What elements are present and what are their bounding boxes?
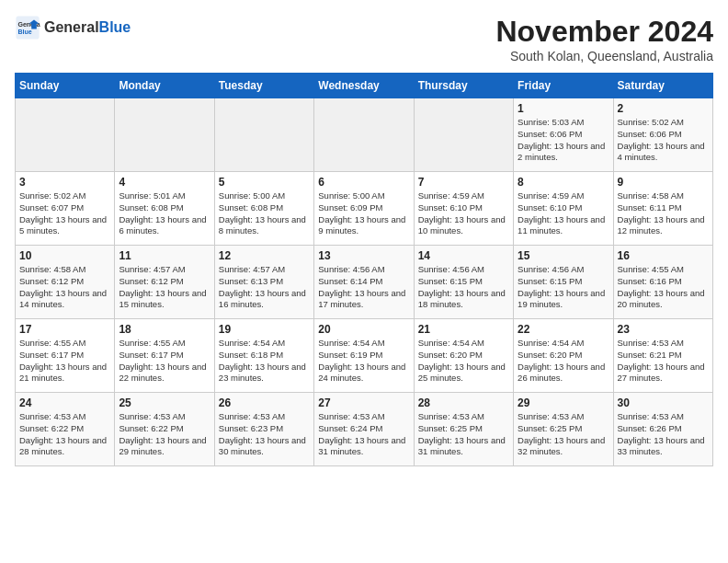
- day-info: Sunrise: 4:53 AMSunset: 6:26 PMDaylight:…: [618, 411, 709, 458]
- day-number: 24: [19, 396, 110, 409]
- calendar-cell: 18Sunrise: 4:55 AMSunset: 6:17 PMDayligh…: [115, 319, 214, 393]
- calendar-week-2: 3Sunrise: 5:02 AMSunset: 6:07 PMDaylight…: [16, 172, 713, 246]
- day-number: 22: [518, 323, 609, 336]
- day-number: 28: [418, 396, 509, 409]
- calendar-cell: 15Sunrise: 4:56 AMSunset: 6:15 PMDayligh…: [514, 246, 613, 319]
- day-header-monday: Monday: [115, 74, 214, 98]
- calendar-cell: 6Sunrise: 5:00 AMSunset: 6:09 PMDaylight…: [314, 172, 414, 246]
- day-info: Sunrise: 4:58 AMSunset: 6:12 PMDaylight:…: [19, 264, 110, 311]
- calendar-cell: 5Sunrise: 5:00 AMSunset: 6:08 PMDaylight…: [214, 172, 313, 246]
- day-info: Sunrise: 5:00 AMSunset: 6:09 PMDaylight:…: [318, 190, 409, 237]
- calendar-cell: 24Sunrise: 4:53 AMSunset: 6:22 PMDayligh…: [16, 393, 115, 466]
- day-info: Sunrise: 4:53 AMSunset: 6:25 PMDaylight:…: [518, 411, 609, 458]
- title-area: November 2024 South Kolan, Queensland, A…: [495, 15, 713, 63]
- day-number: 11: [119, 249, 210, 262]
- calendar-cell: 1Sunrise: 5:03 AMSunset: 6:06 PMDaylight…: [514, 98, 613, 172]
- day-info: Sunrise: 5:02 AMSunset: 6:06 PMDaylight:…: [618, 117, 709, 164]
- calendar-cell: 16Sunrise: 4:55 AMSunset: 6:16 PMDayligh…: [613, 246, 712, 319]
- calendar-cell: 14Sunrise: 4:56 AMSunset: 6:15 PMDayligh…: [414, 246, 513, 319]
- logo: General Blue GeneralBlue: [15, 15, 131, 40]
- calendar-week-1: 1Sunrise: 5:03 AMSunset: 6:06 PMDaylight…: [16, 98, 713, 172]
- day-number: 20: [318, 323, 409, 336]
- calendar-cell: 4Sunrise: 5:01 AMSunset: 6:08 PMDaylight…: [115, 172, 214, 246]
- day-info: Sunrise: 4:54 AMSunset: 6:20 PMDaylight:…: [518, 338, 609, 385]
- day-number: 8: [518, 176, 609, 189]
- day-number: 30: [618, 396, 709, 409]
- day-number: 3: [19, 176, 110, 189]
- day-number: 25: [119, 396, 210, 409]
- calendar-week-5: 24Sunrise: 4:53 AMSunset: 6:22 PMDayligh…: [16, 393, 713, 466]
- calendar-cell: [414, 98, 513, 172]
- calendar-cell: 9Sunrise: 4:58 AMSunset: 6:11 PMDaylight…: [613, 172, 712, 246]
- calendar-cell: 2Sunrise: 5:02 AMSunset: 6:06 PMDaylight…: [613, 98, 712, 172]
- day-info: Sunrise: 4:58 AMSunset: 6:11 PMDaylight:…: [618, 190, 709, 237]
- day-number: 17: [19, 323, 110, 336]
- calendar-table: SundayMondayTuesdayWednesdayThursdayFrid…: [15, 73, 713, 466]
- calendar-week-4: 17Sunrise: 4:55 AMSunset: 6:17 PMDayligh…: [16, 319, 713, 393]
- day-number: 10: [19, 249, 110, 262]
- calendar-cell: 22Sunrise: 4:54 AMSunset: 6:20 PMDayligh…: [514, 319, 613, 393]
- calendar-cell: [115, 98, 214, 172]
- day-info: Sunrise: 5:02 AMSunset: 6:07 PMDaylight:…: [19, 190, 110, 237]
- day-header-tuesday: Tuesday: [214, 74, 313, 98]
- calendar-cell: 26Sunrise: 4:53 AMSunset: 6:23 PMDayligh…: [214, 393, 313, 466]
- logo-general: General: [44, 19, 99, 36]
- calendar-cell: 30Sunrise: 4:53 AMSunset: 6:26 PMDayligh…: [613, 393, 712, 466]
- logo-blue: Blue: [99, 19, 131, 36]
- subtitle: South Kolan, Queensland, Australia: [495, 49, 713, 63]
- calendar-cell: 13Sunrise: 4:56 AMSunset: 6:14 PMDayligh…: [314, 246, 414, 319]
- day-header-wednesday: Wednesday: [314, 74, 414, 98]
- day-info: Sunrise: 4:54 AMSunset: 6:19 PMDaylight:…: [318, 338, 409, 385]
- day-number: 15: [518, 249, 609, 262]
- calendar-cell: 12Sunrise: 4:57 AMSunset: 6:13 PMDayligh…: [214, 246, 313, 319]
- day-info: Sunrise: 5:01 AMSunset: 6:08 PMDaylight:…: [119, 190, 210, 237]
- day-info: Sunrise: 4:55 AMSunset: 6:16 PMDaylight:…: [618, 264, 709, 311]
- day-number: 23: [618, 323, 709, 336]
- day-info: Sunrise: 4:56 AMSunset: 6:15 PMDaylight:…: [518, 264, 609, 311]
- day-info: Sunrise: 4:55 AMSunset: 6:17 PMDaylight:…: [119, 338, 210, 385]
- svg-text:General: General: [18, 21, 41, 28]
- calendar-cell: 19Sunrise: 4:54 AMSunset: 6:18 PMDayligh…: [214, 319, 313, 393]
- day-number: 21: [418, 323, 509, 336]
- day-info: Sunrise: 4:53 AMSunset: 6:22 PMDaylight:…: [119, 411, 210, 458]
- day-info: Sunrise: 5:00 AMSunset: 6:08 PMDaylight:…: [219, 190, 310, 237]
- day-info: Sunrise: 4:53 AMSunset: 6:23 PMDaylight:…: [219, 411, 310, 458]
- calendar-cell: 27Sunrise: 4:53 AMSunset: 6:24 PMDayligh…: [314, 393, 414, 466]
- calendar-cell: 10Sunrise: 4:58 AMSunset: 6:12 PMDayligh…: [16, 246, 115, 319]
- day-number: 16: [618, 249, 709, 262]
- day-header-saturday: Saturday: [613, 74, 712, 98]
- day-info: Sunrise: 4:53 AMSunset: 6:21 PMDaylight:…: [618, 338, 709, 385]
- day-number: 26: [219, 396, 310, 409]
- calendar-cell: 28Sunrise: 4:53 AMSunset: 6:25 PMDayligh…: [414, 393, 513, 466]
- day-number: 29: [518, 396, 609, 409]
- logo-icon: General Blue: [15, 15, 40, 40]
- calendar-cell: 25Sunrise: 4:53 AMSunset: 6:22 PMDayligh…: [115, 393, 214, 466]
- day-info: Sunrise: 4:56 AMSunset: 6:15 PMDaylight:…: [418, 264, 509, 311]
- day-number: 14: [418, 249, 509, 262]
- day-header-friday: Friday: [514, 74, 613, 98]
- day-number: 4: [119, 176, 210, 189]
- day-info: Sunrise: 4:54 AMSunset: 6:18 PMDaylight:…: [219, 338, 310, 385]
- day-info: Sunrise: 4:59 AMSunset: 6:10 PMDaylight:…: [518, 190, 609, 237]
- day-info: Sunrise: 4:55 AMSunset: 6:17 PMDaylight:…: [19, 338, 110, 385]
- calendar-cell: 29Sunrise: 4:53 AMSunset: 6:25 PMDayligh…: [514, 393, 613, 466]
- day-info: Sunrise: 5:03 AMSunset: 6:06 PMDaylight:…: [518, 117, 609, 164]
- day-number: 2: [618, 102, 709, 115]
- day-info: Sunrise: 4:56 AMSunset: 6:14 PMDaylight:…: [318, 264, 409, 311]
- day-info: Sunrise: 4:53 AMSunset: 6:24 PMDaylight:…: [318, 411, 409, 458]
- calendar-week-3: 10Sunrise: 4:58 AMSunset: 6:12 PMDayligh…: [16, 246, 713, 319]
- calendar-cell: [314, 98, 414, 172]
- month-title: November 2024: [495, 15, 713, 49]
- day-info: Sunrise: 4:54 AMSunset: 6:20 PMDaylight:…: [418, 338, 509, 385]
- day-number: 12: [219, 249, 310, 262]
- day-number: 7: [418, 176, 509, 189]
- calendar-cell: 11Sunrise: 4:57 AMSunset: 6:12 PMDayligh…: [115, 246, 214, 319]
- day-number: 6: [318, 176, 409, 189]
- day-number: 9: [618, 176, 709, 189]
- day-info: Sunrise: 4:53 AMSunset: 6:22 PMDaylight:…: [19, 411, 110, 458]
- day-number: 5: [219, 176, 310, 189]
- day-number: 13: [318, 249, 409, 262]
- day-header-sunday: Sunday: [16, 74, 115, 98]
- day-number: 1: [518, 102, 609, 115]
- calendar-cell: 8Sunrise: 4:59 AMSunset: 6:10 PMDaylight…: [514, 172, 613, 246]
